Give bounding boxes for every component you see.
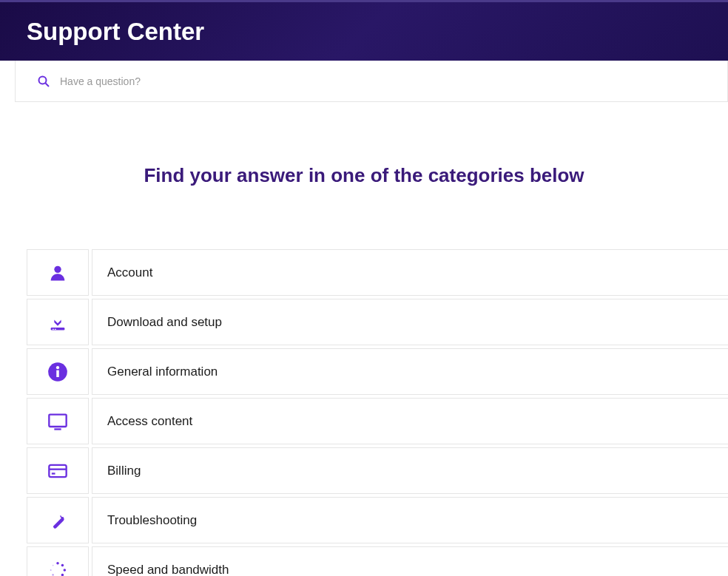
svg-rect-4 [53, 328, 54, 329]
search-input[interactable] [60, 75, 705, 87]
svg-point-2 [54, 265, 61, 272]
category-label: Speed and bandwidth [92, 546, 728, 576]
category-access-content[interactable]: Access content [27, 398, 728, 444]
category-label: Troubleshooting [92, 497, 728, 543]
svg-point-20 [52, 574, 53, 575]
svg-point-0 [39, 76, 47, 84]
svg-rect-11 [49, 464, 66, 476]
category-icon-box [27, 348, 89, 395]
svg-point-15 [56, 561, 59, 564]
speed-icon [47, 560, 68, 577]
svg-point-22 [53, 564, 54, 566]
category-download[interactable]: Download and setup [27, 299, 728, 345]
category-icon-box [27, 546, 89, 576]
svg-point-16 [61, 563, 64, 566]
category-icon-box [27, 299, 89, 345]
svg-rect-7 [56, 370, 59, 376]
category-label: General information [92, 348, 728, 395]
category-icon-box [27, 249, 89, 296]
header: Support Center [0, 0, 728, 61]
search-icon [38, 75, 50, 87]
main-content: Find your answer in one of the categorie… [0, 164, 728, 576]
category-icon-box [27, 398, 89, 444]
user-icon [47, 262, 68, 283]
page-title: Support Center [27, 18, 204, 46]
category-label: Download and setup [92, 299, 728, 345]
svg-rect-5 [55, 328, 56, 329]
download-icon [47, 312, 68, 333]
svg-point-8 [56, 366, 59, 369]
svg-point-21 [50, 569, 52, 571]
category-account[interactable]: Account [27, 249, 728, 296]
wrench-icon [47, 510, 68, 531]
category-icon-box [27, 447, 89, 494]
category-billing[interactable]: Billing [27, 447, 728, 494]
category-label: Billing [92, 447, 728, 494]
monitor-icon [47, 411, 68, 432]
category-general-info[interactable]: General information [27, 348, 728, 395]
search-bar[interactable] [15, 61, 728, 102]
info-icon [47, 362, 68, 382]
category-icon-box [27, 497, 89, 543]
category-troubleshooting[interactable]: Troubleshooting [27, 497, 728, 543]
svg-point-14 [61, 514, 64, 517]
category-label: Access content [92, 398, 728, 444]
credit-card-icon [47, 461, 68, 481]
category-list: Account Download and setup [27, 249, 728, 576]
svg-rect-9 [49, 414, 66, 426]
category-speed[interactable]: Speed and bandwidth [27, 546, 728, 576]
svg-point-18 [61, 573, 64, 576]
svg-line-1 [46, 83, 50, 87]
svg-point-17 [64, 569, 67, 572]
category-label: Account [92, 249, 728, 296]
categories-heading: Find your answer in one of the categorie… [27, 164, 728, 187]
